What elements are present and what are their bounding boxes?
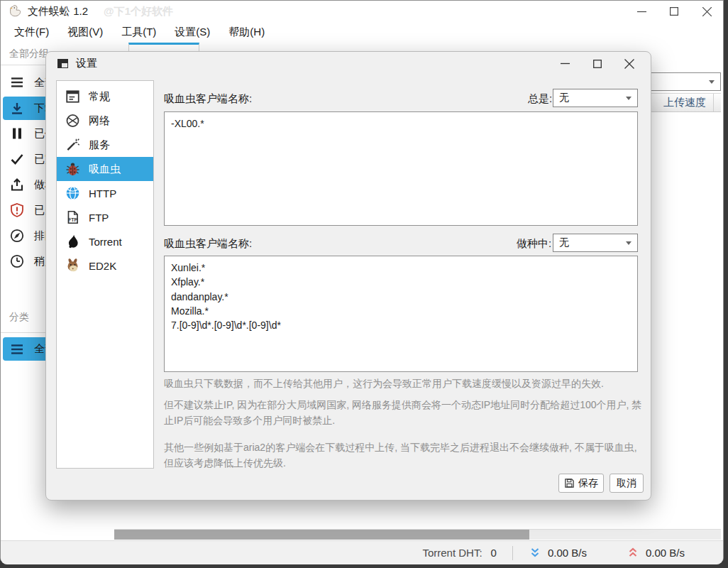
maximize-icon [593,60,602,68]
maximize-icon [670,7,678,16]
nav-network[interactable]: 网络 [57,109,153,133]
menu-help[interactable]: 帮助(H) [219,23,274,42]
leech-names-seeding-textarea[interactable]: Xunlei.* Xfplay.* dandanplay.* Mozilla.*… [164,256,638,372]
leech-description-3: 其他一些例如基于aria2的客户端会在下载过程中上传, 当下载完毕之后进程退出不… [164,440,642,471]
close-button[interactable] [690,1,723,22]
nav-http[interactable]: HTTP [57,181,153,205]
settings-dialog: 设置 常规 网络 服务 吸血虫 [45,51,651,501]
queue-compass-icon [9,228,26,244]
always-combobox[interactable]: 无 [553,89,638,107]
statusbar: Torrent DHT: 0 0.00 B/s 0.00 B/s [1,540,723,564]
pause-icon [9,126,26,141]
nav-ed2k[interactable]: ED2K [57,253,153,278]
dialog-title: 设置 [76,57,97,70]
upload-speed: 0.00 B/s [646,547,685,559]
horizontal-scrollbar[interactable] [114,529,721,540]
down-speed-icon [529,547,541,559]
service-wand-icon [65,137,81,153]
leech-names-label-1: 吸血虫客户端名称: [164,92,252,106]
settings-window-icon [57,58,69,70]
leech-bug-icon [65,161,81,177]
settings-nav: 常规 网络 服务 吸血虫 HTTP FTP FTP Torrent ED2K [56,80,154,469]
window-controls [625,1,723,22]
save-button[interactable]: 保存 [558,474,604,493]
always-label: 总是: [528,92,552,106]
close-icon [702,7,712,16]
seeding-label: 做种中: [517,237,551,251]
close-icon [624,59,634,69]
download-icon [9,101,26,116]
duck-logo-icon [8,4,22,18]
dialog-maximize-button[interactable] [581,52,613,75]
chevron-down-icon [626,241,632,245]
nav-service[interactable]: 服务 [57,133,153,157]
ftp-icon: FTP [65,209,81,225]
save-icon [564,478,575,488]
dialog-minimize-button[interactable] [549,52,581,75]
menu-settings[interactable]: 设置(S) [165,23,219,42]
seed-icon [9,177,26,192]
minimize-icon [637,7,646,16]
column-upload-speed[interactable]: 上传速度 [656,94,714,111]
leech-names-always-textarea[interactable]: -XL00.* [164,111,638,226]
app-title: 文件蜈蚣 1.2 [28,5,88,18]
minimize-icon [561,59,570,68]
general-icon [65,89,81,104]
maximize-button[interactable] [658,1,690,22]
download-speed: 0.00 B/s [548,547,587,559]
nav-general[interactable]: 常规 [57,84,153,109]
menu-view[interactable]: 视图(V) [58,23,112,42]
titlebar: 文件蜈蚣 1.2 @下1个好软件 [1,1,723,22]
dht-value: 0 [491,547,497,559]
cancel-button[interactable]: 取消 [610,474,644,493]
torrent-icon [65,234,81,249]
dialog-close-button[interactable] [613,52,645,75]
chevron-down-icon [709,80,715,84]
nav-ftp[interactable]: FTP FTP [57,205,153,229]
failed-shield-icon [9,202,26,218]
dht-label: Torrent DHT: [422,547,482,559]
scrollbar-thumb[interactable] [114,530,529,540]
ed2k-donkey-icon [65,258,81,273]
minimize-button[interactable] [625,1,658,22]
nav-leech[interactable]: 吸血虫 [57,157,153,181]
seeding-combobox[interactable]: 无 [553,234,638,252]
leech-names-label-2: 吸血虫客户端名称: [164,237,252,251]
check-icon [9,151,26,167]
nav-torrent[interactable]: Torrent [57,229,153,253]
http-globe-icon [65,185,81,201]
leech-description-1: 吸血虫只下载数据，而不上传给其他用户，这行为会导致正常用户下载速度缓慢以及资源过… [164,376,642,392]
dialog-titlebar: 设置 [46,52,651,75]
network-icon [65,113,81,129]
dialog-controls [549,52,645,75]
separator [512,546,513,560]
menu-tools[interactable]: 工具(T) [112,23,165,42]
menu-file[interactable]: 文件(F) [5,23,58,42]
menubar: 文件(F) 视图(V) 工具(T) 设置(S) 帮助(H) [1,22,723,42]
menu-icon [9,342,26,357]
later-clock-icon [9,253,26,269]
menu-icon [9,75,26,90]
up-speed-icon [627,547,639,559]
leech-description-2: 但不建议禁止IP, 因为在部分大局域网国家, 网络服务提供商会将一个动态IP地址… [164,398,642,428]
watermark: @下1个好软件 [104,5,173,18]
svg-text:FTP: FTP [68,217,78,223]
chevron-down-icon [626,97,632,100]
